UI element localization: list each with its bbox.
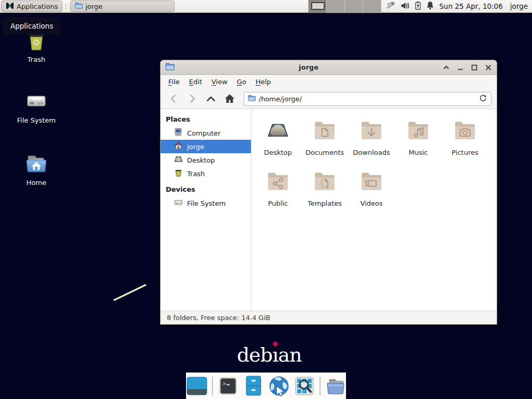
- forward-button[interactable]: [184, 91, 200, 106]
- close-button[interactable]: [485, 64, 492, 71]
- applications-tooltip: Applications: [3, 17, 60, 35]
- sidebar: Places Computer: [161, 109, 251, 311]
- workspace-3[interactable]: [345, 0, 363, 13]
- videos-folder-icon: [359, 168, 384, 193]
- sidebar-item-trash[interactable]: ♻ Trash: [161, 167, 251, 180]
- home-button[interactable]: [222, 91, 237, 106]
- desktop-icon-file-system[interactable]: File System: [11, 88, 61, 124]
- stray-line-artifact: [110, 282, 150, 304]
- status-text: 8 folders, Free space: 14.4 GiB: [167, 314, 270, 322]
- file-item-templates[interactable]: Templates: [301, 167, 348, 218]
- menubar: File Edit View Go Help: [161, 75, 497, 89]
- sidebar-item-label: Desktop: [187, 156, 215, 164]
- hard-drive-icon: [24, 88, 49, 113]
- menu-edit[interactable]: Edit: [184, 76, 207, 88]
- documents-folder-icon: [312, 117, 337, 142]
- file-manager-icon[interactable]: [243, 376, 264, 396]
- system-tray: [385, 1, 434, 11]
- battery-icon[interactable]: [415, 1, 421, 11]
- desktop: Applications jorge: [0, 0, 532, 399]
- debian-logo: debıan: [237, 343, 301, 366]
- workspace-2[interactable]: [327, 0, 345, 13]
- public-folder-icon: [265, 168, 290, 193]
- window-titlebar[interactable]: jorge: [161, 60, 497, 75]
- user-label: jorge: [510, 2, 528, 10]
- file-item-videos[interactable]: Videos: [348, 167, 395, 218]
- pictures-folder-icon: [453, 117, 477, 142]
- downloads-folder-icon: [359, 117, 384, 142]
- menu-help[interactable]: Help: [251, 76, 276, 88]
- sidebar-item-label: Computer: [187, 129, 221, 137]
- menu-view[interactable]: View: [207, 76, 232, 88]
- desktop-place-icon: [174, 155, 183, 165]
- file-item-pictures[interactable]: Pictures: [442, 116, 488, 167]
- drive-small-icon: [174, 198, 183, 208]
- workspace-4[interactable]: [363, 0, 381, 13]
- devices-header: Devices: [161, 180, 251, 196]
- sidebar-item-label: File System: [187, 200, 225, 207]
- back-button[interactable]: [166, 91, 181, 106]
- reload-icon[interactable]: [479, 94, 487, 104]
- minimize-button[interactable]: [457, 64, 464, 71]
- file-item-downloads[interactable]: Downloads: [348, 116, 395, 167]
- maximize-button[interactable]: [471, 64, 478, 71]
- home-folder-icon: [24, 151, 49, 176]
- dock-panel: >: [186, 373, 346, 399]
- menu-go[interactable]: Go: [232, 76, 251, 88]
- path-input[interactable]: /home/jorge/: [259, 95, 476, 103]
- statusbar: 8 folders, Free space: 14.4 GiB: [161, 311, 497, 324]
- directory-menu-icon[interactable]: [325, 376, 346, 396]
- volume-icon[interactable]: [401, 2, 410, 11]
- web-browser-icon[interactable]: [269, 376, 289, 396]
- desktop-icon-label: Trash: [11, 56, 61, 63]
- applications-menu-button[interactable]: Applications: [1, 1, 62, 12]
- trash-small-icon: ♻: [174, 168, 183, 179]
- terminal-icon[interactable]: >: [218, 376, 238, 396]
- file-manager-window: jorge File Edit View Go Help: [160, 60, 497, 325]
- desktop-icon-label: File System: [11, 116, 61, 124]
- window-folder-icon: [165, 62, 175, 73]
- taskbar-handle: [64, 2, 68, 11]
- svg-text:♻: ♻: [177, 171, 180, 175]
- sidebar-item-label: Trash: [187, 170, 205, 178]
- svg-text:>: >: [223, 381, 226, 387]
- workspace-1[interactable]: [309, 0, 327, 13]
- dock-separator: [320, 377, 321, 395]
- folder-icon: [75, 2, 83, 11]
- sidebar-item-file-system[interactable]: File System: [161, 196, 251, 210]
- desktop-icon-label: Home: [11, 179, 61, 187]
- xfce-applications-icon: [6, 2, 14, 11]
- desktop-item-icon: [265, 117, 290, 142]
- top-panel: Applications jorge: [0, 0, 532, 13]
- taskbar-window-button[interactable]: jorge: [70, 1, 175, 12]
- computer-icon: [174, 128, 183, 138]
- file-item-desktop[interactable]: Desktop: [255, 116, 301, 167]
- window-title: jorge: [175, 63, 443, 71]
- home-house-icon: [174, 141, 183, 152]
- file-item-music[interactable]: Music: [395, 116, 442, 167]
- sidebar-item-label: jorge: [187, 143, 204, 151]
- path-bar[interactable]: /home/jorge/: [244, 92, 491, 106]
- clock: Sun 25 Apr, 10:06: [440, 2, 503, 10]
- workspace-switcher: [308, 0, 381, 13]
- up-button[interactable]: [203, 91, 219, 106]
- music-folder-icon: [406, 117, 431, 142]
- sidebar-item-desktop[interactable]: Desktop: [161, 153, 251, 167]
- sidebar-item-jorge[interactable]: jorge: [161, 140, 251, 153]
- application-finder-icon[interactable]: [294, 376, 315, 396]
- shade-button[interactable]: [443, 64, 450, 71]
- show-desktop-icon[interactable]: [187, 376, 207, 396]
- file-item-documents[interactable]: Documents: [301, 116, 348, 167]
- file-view: Desktop Documents: [251, 109, 497, 311]
- sidebar-item-computer[interactable]: Computer: [161, 126, 251, 140]
- network-plug-icon[interactable]: [385, 1, 396, 11]
- templates-folder-icon: [312, 168, 337, 193]
- applications-menu-label: Applications: [17, 3, 58, 10]
- toolbar: /home/jorge/: [161, 89, 497, 109]
- bell-icon[interactable]: [426, 1, 434, 11]
- places-header: Places: [161, 113, 251, 126]
- file-item-public[interactable]: Public: [255, 167, 301, 218]
- dock-separator: [212, 377, 213, 395]
- menu-file[interactable]: File: [164, 76, 184, 88]
- desktop-icon-home[interactable]: Home: [11, 151, 61, 187]
